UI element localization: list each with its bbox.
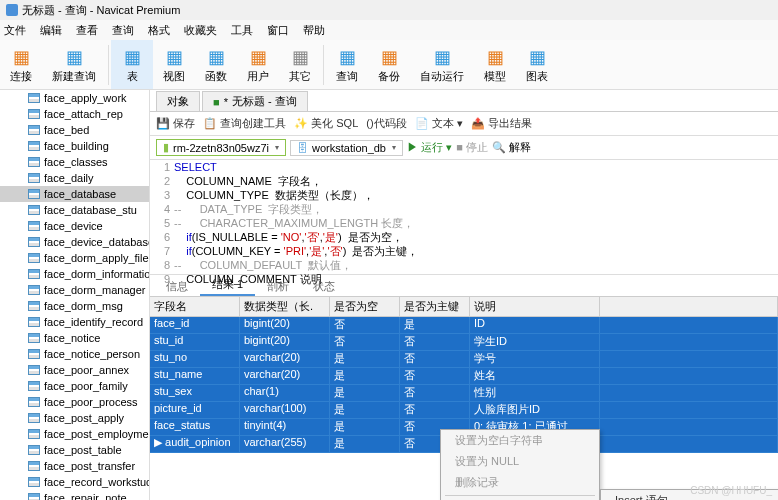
table-face_device_database[interactable]: face_device_database: [0, 234, 149, 250]
tool-表[interactable]: ▦表: [111, 40, 153, 89]
menu-工具[interactable]: 工具: [231, 23, 253, 38]
sql-editor[interactable]: 123456789 SELECT COLUMN_NAME 字段名， COLUMN…: [150, 160, 778, 275]
table-icon: [28, 461, 40, 471]
table-face_dorm_apply_file[interactable]: face_dorm_apply_file: [0, 250, 149, 266]
col-header[interactable]: 是否为空: [330, 297, 400, 316]
query-builder-button[interactable]: 📋 查询创建工具: [203, 116, 286, 131]
result-tab-1[interactable]: 结果 1: [200, 275, 255, 296]
col-header[interactable]: 数据类型（长.: [240, 297, 330, 316]
table-icon: [28, 93, 40, 103]
table-face_poor_process[interactable]: face_poor_process: [0, 394, 149, 410]
code-snippet-button[interactable]: ()代码段: [366, 116, 406, 131]
tool-其它[interactable]: ▦其它: [279, 40, 321, 89]
table-face_post_transfer[interactable]: face_post_transfer: [0, 458, 149, 474]
table-face_classes[interactable]: face_classes: [0, 154, 149, 170]
table-face_attach_rep[interactable]: face_attach_rep: [0, 106, 149, 122]
col-header[interactable]: 字段名: [150, 297, 240, 316]
explain-button[interactable]: 🔍 解释: [492, 140, 531, 155]
text-button[interactable]: 📄 文本 ▾: [415, 116, 463, 131]
table-face_building[interactable]: face_building: [0, 138, 149, 154]
beautify-sql-button[interactable]: ✨ 美化 SQL: [294, 116, 358, 131]
table-face_bed[interactable]: face_bed: [0, 122, 149, 138]
table-icon: [28, 381, 40, 391]
table-face_identify_record[interactable]: face_identify_record: [0, 314, 149, 330]
menu-收藏夹[interactable]: 收藏夹: [184, 23, 217, 38]
tool-模型[interactable]: ▦模型: [474, 40, 516, 89]
table-face_database_stu[interactable]: face_database_stu: [0, 202, 149, 218]
table-face_daily[interactable]: face_daily: [0, 170, 149, 186]
table-row[interactable]: stu_idbigint(20)否否学生ID: [150, 334, 778, 351]
table-face_post_table[interactable]: face_post_table: [0, 442, 149, 458]
menu-编辑[interactable]: 编辑: [40, 23, 62, 38]
table-face_dorm_information[interactable]: face_dorm_information: [0, 266, 149, 282]
ctx-item: 设置为 NULL: [441, 451, 599, 472]
table-face_poor_family[interactable]: face_poor_family: [0, 378, 149, 394]
table-face_post_employment[interactable]: face_post_employment: [0, 426, 149, 442]
tool-用户[interactable]: ▦用户: [237, 40, 279, 89]
tool-查询[interactable]: ▦查询: [326, 40, 368, 89]
table-face_post_apply[interactable]: face_post_apply: [0, 410, 149, 426]
table-row[interactable]: stu_namevarchar(20)是否姓名: [150, 368, 778, 385]
tool-新建查询[interactable]: ▦新建查询: [42, 40, 106, 89]
table-icon: [28, 109, 40, 119]
table-face_device[interactable]: face_device: [0, 218, 149, 234]
table-icon: [28, 285, 40, 295]
menu-文件[interactable]: 文件: [4, 23, 26, 38]
col-header[interactable]: 说明: [470, 297, 600, 316]
result-tabs: 信息结果 1剖析状态: [150, 275, 778, 297]
table-face_notice_person[interactable]: face_notice_person: [0, 346, 149, 362]
menu-窗口[interactable]: 窗口: [267, 23, 289, 38]
table-row[interactable]: face_idbigint(20)否是ID: [150, 317, 778, 334]
connection-bar: ▮rm-2zetn83n05wz7i▾ 🗄workstation_db▾ ▶ 运…: [150, 136, 778, 160]
ctx-item: 删除记录: [441, 472, 599, 493]
menu-帮助[interactable]: 帮助: [303, 23, 325, 38]
connection-select[interactable]: ▮rm-2zetn83n05wz7i▾: [156, 139, 286, 156]
result-tab-2[interactable]: 剖析: [255, 277, 301, 296]
table-icon: [28, 317, 40, 327]
save-button[interactable]: 💾 保存: [156, 116, 195, 131]
col-header[interactable]: 是否为主键: [400, 297, 470, 316]
table-face_repair_note[interactable]: face_repair_note: [0, 490, 149, 500]
tab-objects[interactable]: 对象: [156, 91, 200, 111]
tool-连接[interactable]: ▦连接: [0, 40, 42, 89]
tool-函数[interactable]: ▦函数: [195, 40, 237, 89]
table-icon: [28, 205, 40, 215]
stop-button: ■ 停止: [456, 140, 488, 155]
tables-sidebar: face_apply_workface_attach_repface_bedfa…: [0, 90, 150, 500]
table-icon: [28, 301, 40, 311]
tab-query[interactable]: ■*无标题 - 查询: [202, 91, 308, 111]
table-face_notice[interactable]: face_notice: [0, 330, 149, 346]
table-icon: [28, 269, 40, 279]
menu-查看[interactable]: 查看: [76, 23, 98, 38]
titlebar: 无标题 - 查询 - Navicat Premium: [0, 0, 778, 20]
database-select[interactable]: 🗄workstation_db▾: [290, 140, 403, 156]
results-grid: 字段名数据类型（长.是否为空是否为主键说明 face_idbigint(20)否…: [150, 297, 778, 453]
export-results-button[interactable]: 📤 导出结果: [471, 116, 532, 131]
result-tab-0[interactable]: 信息: [154, 277, 200, 296]
table-face_database[interactable]: face_database: [0, 186, 149, 202]
table-face_poor_annex[interactable]: face_poor_annex: [0, 362, 149, 378]
menu-查询[interactable]: 查询: [112, 23, 134, 38]
table-icon: [28, 477, 40, 487]
table-icon: [28, 365, 40, 375]
table-row[interactable]: picture_idvarchar(100)是否人脸库图片ID: [150, 402, 778, 419]
tool-自动运行[interactable]: ▦自动运行: [410, 40, 474, 89]
run-button[interactable]: ▶ 运行 ▾: [407, 140, 452, 155]
menubar: 文件编辑查看查询格式收藏夹工具窗口帮助: [0, 20, 778, 40]
tool-图表[interactable]: ▦图表: [516, 40, 558, 89]
table-face_record_workstudy[interactable]: face_record_workstudy: [0, 474, 149, 490]
menu-格式[interactable]: 格式: [148, 23, 170, 38]
ctx-item: 设置为空白字符串: [441, 430, 599, 451]
table-face_dorm_manager[interactable]: face_dorm_manager: [0, 282, 149, 298]
table-row[interactable]: stu_novarchar(20)是否学号: [150, 351, 778, 368]
tool-备份[interactable]: ▦备份: [368, 40, 410, 89]
table-face_apply_work[interactable]: face_apply_work: [0, 90, 149, 106]
result-tab-3[interactable]: 状态: [301, 277, 347, 296]
tool-视图[interactable]: ▦视图: [153, 40, 195, 89]
context-menu: 设置为空白字符串设置为 NULL删除记录复制复制为▶粘贴显示▶: [440, 429, 600, 500]
table-row[interactable]: stu_sexchar(1)是否性别: [150, 385, 778, 402]
table-icon: [28, 173, 40, 183]
app-icon: [6, 4, 18, 16]
table-face_dorm_msg[interactable]: face_dorm_msg: [0, 298, 149, 314]
editor-tabs: 对象 ■*无标题 - 查询: [150, 90, 778, 112]
